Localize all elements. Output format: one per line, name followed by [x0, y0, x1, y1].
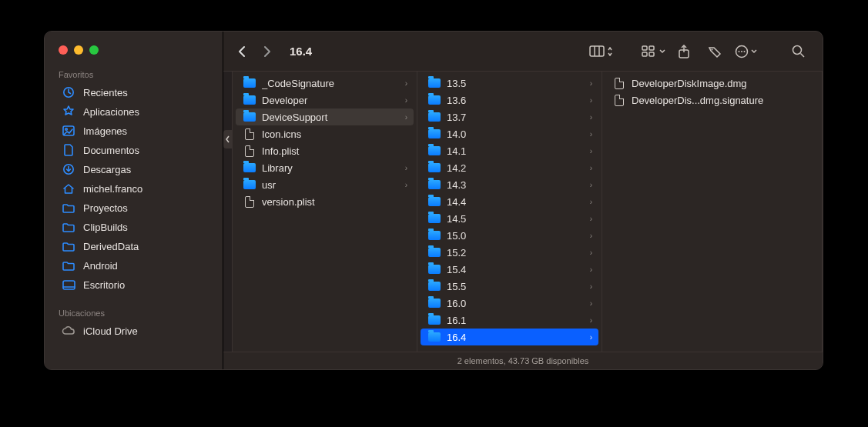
forward-button[interactable] — [256, 41, 277, 62]
finder-row[interactable]: 14.5› — [421, 210, 598, 227]
row-label: Icon.icns — [262, 128, 407, 140]
finder-row[interactable]: 14.4› — [421, 193, 598, 210]
svg-point-16 — [712, 48, 713, 50]
finder-row[interactable]: 16.0› — [421, 295, 598, 312]
finder-row[interactable]: 14.3› — [421, 176, 598, 193]
finder-row[interactable]: Info.plist — [236, 142, 414, 159]
chevron-right-icon: › — [405, 181, 407, 189]
home-icon — [62, 182, 75, 195]
back-button[interactable] — [231, 41, 253, 62]
sidebar-item-recientes[interactable]: Recientes — [49, 83, 218, 102]
sidebar-item-aplicaciones[interactable]: Aplicaciones — [49, 102, 218, 121]
window-title: 16.4 — [290, 45, 312, 58]
row-label: 13.5 — [447, 78, 584, 89]
finder-row[interactable]: version.plist — [236, 193, 414, 210]
finder-row[interactable]: 15.2› — [421, 244, 598, 261]
column-1[interactable]: _CodeSignature›Developer›DeviceSupport›I… — [233, 72, 417, 352]
chevron-right-icon: › — [590, 198, 592, 206]
folder-icon — [428, 314, 441, 326]
finder-row[interactable]: DeveloperDis...dmg.signature — [605, 92, 819, 108]
group-by-button[interactable] — [641, 41, 665, 62]
svg-rect-10 — [642, 46, 647, 50]
action-menu-button[interactable] — [733, 41, 758, 62]
sidebar-item-label: Android — [83, 260, 118, 272]
folder-icon — [243, 77, 256, 89]
sidebar-item-label: Descargas — [83, 164, 131, 175]
svg-point-21 — [793, 46, 801, 55]
finder-row[interactable]: 13.7› — [421, 108, 598, 125]
finder-window: FavoritosRecientesAplicacionesImágenesDo… — [44, 31, 823, 370]
svg-rect-5 — [63, 281, 75, 289]
finder-row[interactable]: 16.4› — [421, 329, 598, 345]
cloud-icon — [62, 325, 75, 337]
sidebar-item-android[interactable]: Android — [49, 256, 218, 275]
row-label: 15.5 — [447, 281, 584, 292]
folder-icon — [428, 145, 441, 157]
search-button[interactable] — [786, 41, 810, 62]
folder-icon — [428, 111, 441, 123]
svg-rect-7 — [590, 46, 604, 56]
svg-point-19 — [741, 51, 742, 52]
svg-point-20 — [743, 51, 745, 52]
tags-button[interactable] — [702, 41, 727, 62]
chevron-right-icon: › — [590, 113, 592, 122]
svg-rect-12 — [642, 52, 647, 56]
download-icon — [62, 163, 75, 175]
folder-icon — [62, 259, 75, 272]
expand-column-button[interactable] — [223, 130, 233, 148]
sidebar-item-descargas[interactable]: Descargas — [49, 160, 218, 178]
view-columns-button[interactable] — [588, 41, 613, 62]
sidebar-item-deriveddata[interactable]: DerivedData — [49, 237, 218, 255]
sidebar-item-label: Imágenes — [83, 125, 127, 137]
finder-row[interactable]: DeveloperDiskImage.dmg — [605, 75, 819, 92]
sidebar-item-icloud-drive[interactable]: iCloud Drive — [49, 322, 218, 340]
folder-icon — [243, 178, 256, 191]
row-label: 16.1 — [447, 315, 584, 326]
main-pane: 16.4 — [223, 32, 823, 369]
sidebar-item-escritorio[interactable]: Escritorio — [49, 275, 218, 294]
sidebar-item-label: Escritorio — [83, 279, 125, 291]
finder-row[interactable]: Icon.icns — [236, 125, 414, 142]
row-label: 16.0 — [447, 298, 584, 309]
sidebar-item-proyectos[interactable]: Proyectos — [49, 198, 218, 217]
finder-row[interactable]: 14.0› — [421, 125, 598, 142]
chevron-right-icon: › — [590, 130, 592, 138]
traffic-lights — [45, 45, 223, 67]
folder-icon — [428, 94, 441, 106]
row-label: Info.plist — [262, 145, 407, 157]
finder-row[interactable]: Developer› — [236, 92, 414, 108]
svg-point-2 — [65, 128, 68, 131]
sidebar-item-clipbuilds[interactable]: ClipBuilds — [49, 218, 218, 236]
finder-row[interactable]: 13.5› — [421, 75, 598, 92]
chevron-right-icon: › — [405, 164, 407, 172]
folder-icon — [428, 195, 441, 208]
sidebar-item-documentos[interactable]: Documentos — [49, 141, 218, 159]
finder-row[interactable]: DeviceSupport› — [236, 108, 414, 125]
sidebar-item-label: ClipBuilds — [83, 222, 128, 233]
status-bar: 2 elementos, 43.73 GB disponibles — [223, 352, 823, 369]
finder-row[interactable]: 14.2› — [421, 159, 598, 176]
fullscreen-window-button[interactable] — [89, 45, 99, 55]
finder-row[interactable]: Library› — [236, 159, 414, 176]
finder-row[interactable]: 15.5› — [421, 278, 598, 295]
finder-row[interactable]: 14.1› — [421, 142, 598, 159]
sidebar-item-im-genes[interactable]: Imágenes — [49, 122, 218, 140]
finder-row[interactable]: 16.1› — [421, 312, 598, 329]
close-window-button[interactable] — [59, 45, 68, 55]
chevron-right-icon: › — [590, 232, 592, 240]
finder-row[interactable]: 15.4› — [421, 261, 598, 278]
share-button[interactable] — [672, 41, 696, 62]
finder-row[interactable]: usr› — [236, 176, 414, 193]
column-3[interactable]: DeveloperDiskImage.dmgDeveloperDis...dmg… — [602, 72, 823, 352]
folder-icon — [428, 297, 441, 309]
sidebar-section-title: Ubicaciones — [45, 305, 223, 321]
finder-row[interactable]: _CodeSignature› — [236, 75, 414, 92]
column-2[interactable]: 13.5›13.6›13.7›14.0›14.1›14.2›14.3›14.4›… — [417, 72, 602, 352]
folder-icon — [428, 162, 441, 174]
finder-row[interactable]: 13.6› — [421, 92, 598, 108]
file-icon — [613, 94, 625, 106]
finder-row[interactable]: 15.0› — [421, 227, 598, 244]
row-label: _CodeSignature — [262, 78, 399, 89]
minimize-window-button[interactable] — [74, 45, 83, 55]
sidebar-item-michel-franco[interactable]: michel.franco — [49, 179, 218, 198]
